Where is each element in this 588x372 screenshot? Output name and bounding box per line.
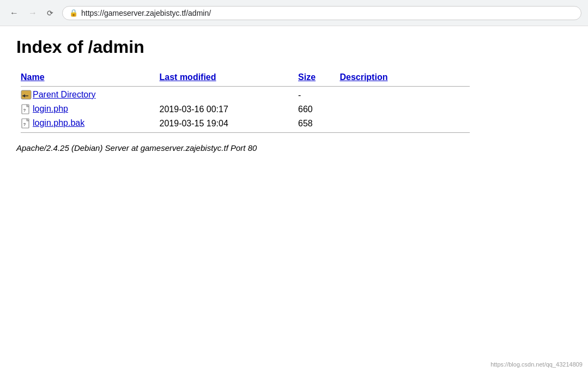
col-desc-link[interactable]: Description bbox=[340, 72, 387, 82]
col-desc: Description bbox=[335, 70, 474, 84]
col-name-link[interactable]: Name bbox=[21, 72, 45, 82]
file-link[interactable]: login.php bbox=[33, 104, 68, 113]
col-modified: Last modified bbox=[155, 70, 294, 84]
footer-divider-cell bbox=[16, 131, 474, 135]
file-description bbox=[335, 117, 474, 131]
file-name-cell: ? login.php.bak bbox=[16, 117, 155, 131]
svg-text:?: ? bbox=[23, 122, 26, 127]
file-modified: 2019-03-16 00:17 bbox=[155, 102, 294, 117]
page-content: Index of /admin Name Last modified Size … bbox=[0, 26, 490, 163]
header-row: Name Last modified Size Description bbox=[16, 70, 474, 84]
address-bar[interactable]: 🔒 https://gameserver.zajebistyc.tf/admin… bbox=[62, 6, 581, 20]
url-text: https://gameserver.zajebistyc.tf/admin/ bbox=[81, 9, 574, 17]
forward-button[interactable]: → bbox=[25, 6, 40, 20]
footer-divider-row bbox=[16, 131, 474, 135]
file-icon: ? bbox=[21, 104, 32, 115]
file-modified bbox=[155, 88, 294, 102]
svg-rect-0 bbox=[21, 90, 31, 99]
file-listing: Name Last modified Size Description bbox=[16, 70, 474, 135]
browser-chrome: ← → ⟳ 🔒 https://gameserver.zajebistyc.tf… bbox=[0, 0, 588, 26]
list-item: Parent Directory- bbox=[16, 88, 474, 102]
file-description bbox=[335, 102, 474, 117]
header-divider bbox=[21, 86, 470, 87]
col-size: Size bbox=[294, 70, 335, 84]
file-link[interactable]: Parent Directory bbox=[33, 90, 96, 99]
svg-text:?: ? bbox=[23, 108, 26, 113]
parent-dir-icon bbox=[21, 90, 32, 101]
col-modified-link[interactable]: Last modified bbox=[160, 72, 216, 82]
file-size: 658 bbox=[294, 117, 335, 131]
file-name-cell: ? login.php bbox=[16, 102, 155, 117]
col-size-link[interactable]: Size bbox=[298, 72, 316, 82]
file-name-cell: Parent Directory bbox=[16, 88, 155, 102]
list-item: ? login.php2019-03-16 00:17660 bbox=[16, 102, 474, 117]
file-size: - bbox=[294, 88, 335, 102]
nav-buttons: ← → ⟳ bbox=[7, 6, 57, 20]
file-link[interactable]: login.php.bak bbox=[33, 118, 84, 127]
file-modified: 2019-03-15 19:04 bbox=[155, 117, 294, 131]
lock-icon: 🔒 bbox=[69, 9, 78, 17]
footer-divider bbox=[21, 132, 470, 133]
page-title: Index of /admin bbox=[16, 37, 474, 57]
header-divider-row bbox=[16, 84, 474, 88]
back-button[interactable]: ← bbox=[7, 6, 22, 20]
file-size: 660 bbox=[294, 102, 335, 117]
server-info: Apache/2.4.25 (Debian) Server at gameser… bbox=[16, 143, 474, 153]
list-item: ? login.php.bak2019-03-15 19:04658 bbox=[16, 117, 474, 131]
file-description bbox=[335, 88, 474, 102]
col-name: Name bbox=[16, 70, 155, 84]
refresh-button[interactable]: ⟳ bbox=[44, 7, 57, 20]
file-icon: ? bbox=[21, 118, 32, 129]
